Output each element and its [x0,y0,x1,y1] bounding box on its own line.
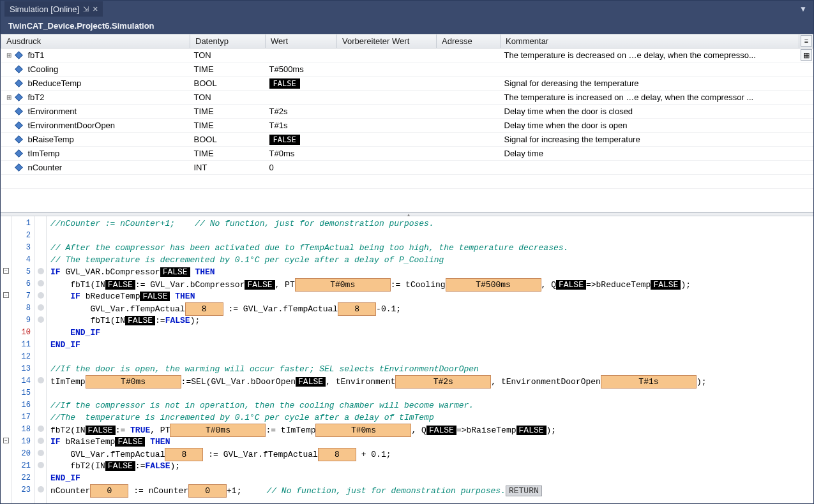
breakpoint-gutter[interactable] [35,253,46,265]
breakpoint-gutter[interactable] [35,374,46,386]
breakpoint-gutter[interactable] [35,265,46,277]
col-value[interactable]: Wert [266,34,337,48]
breakpoint-gutter[interactable] [35,350,46,362]
code-line[interactable]: IF bReduceTempFALSE THEN [50,290,810,302]
col-expression[interactable]: Ausdruck [1,34,190,48]
pin-icon[interactable]: ⇲ [83,5,89,13]
breakpoint-gutter[interactable] [35,362,46,374]
watch-row[interactable]: tEnvironmentDoorOpenTIMET#1sDelay time w… [1,119,813,133]
watch-row[interactable]: tCoolingTIMET#500ms [1,63,813,77]
breakpoint-gutter[interactable] [35,410,46,422]
code-line[interactable]: fbT2(INFALSE:=FALSE); [50,460,810,472]
line-number: 10 [13,327,32,339]
cell-prepared[interactable] [337,147,437,161]
cell-value[interactable]: T#2s [266,105,337,119]
code-line[interactable]: // The temperature is decremented by 0.1… [50,254,810,266]
cell-value[interactable]: 0 [266,161,337,175]
breakpoint-gutter[interactable] [35,422,46,434]
watch-row[interactable]: bRaiseTempBOOLFALSESignal for increasing… [1,133,813,147]
fold-gutter[interactable]: − [1,289,11,301]
code-line[interactable]: //If the door is open, the warming will … [50,363,810,375]
code-line[interactable]: //nCounter := nCounter+1; // No function… [50,218,810,230]
code-line[interactable]: // After the compressor has been activat… [50,242,810,254]
breakpoint-gutter[interactable] [35,325,46,337]
cell-prepared[interactable] [337,91,437,105]
watch-grid-icon[interactable]: ▦ [801,49,812,61]
cell-value[interactable]: FALSE [266,133,337,147]
code-line[interactable]: IF GVL_VAR.bCompressorFALSE THEN [50,266,810,278]
breakpoint-gutter[interactable] [35,228,46,241]
code-line[interactable]: IF bRaiseTempFALSE THEN [50,436,810,448]
watch-row[interactable]: tImTempTIMET#0msDelay time [1,147,813,161]
breakpoint-gutter[interactable] [35,398,46,410]
watch-row[interactable]: tEnvironmentTIMET#2sDelay time when the … [1,105,813,119]
breakpoint-gutter[interactable] [35,386,46,398]
code-line[interactable]: fbT2(INFALSE:= TRUE, PTT#0ms:= tImTempT#… [50,424,810,436]
code-line[interactable]: END_IF [50,327,810,339]
cell-prepared[interactable] [337,119,437,133]
code-line[interactable]: END_IF [50,339,810,351]
fold-toggle-icon[interactable]: − [3,292,9,298]
code-editor[interactable]: −−− 123456789101112131415161718192021222… [1,216,813,504]
code-line[interactable]: GVL_Var.fTempActual8 := GVL_Var.fTempAct… [50,448,810,460]
code-line[interactable]: nCounter0 := nCounter0+1; // No function… [50,484,810,496]
cell-value[interactable]: FALSE [266,77,337,91]
breakpoint-gutter[interactable] [35,313,46,325]
watch-row[interactable]: nCounterINT0 [1,161,813,175]
breakpoint-gutter[interactable] [35,301,46,313]
fold-gutter[interactable]: − [1,434,11,447]
fold-gutter[interactable]: − [1,265,11,277]
cell-prepared[interactable] [337,63,437,77]
watch-row[interactable]: bReduceTempBOOLFALSESignal for dereasing… [1,77,813,91]
col-datatype[interactable]: Datentyp [190,34,266,48]
breakpoint-gutter[interactable] [35,471,46,483]
code-line[interactable]: GVL_Var.fTempActual8 := GVL_Var.fTempAct… [50,302,810,315]
code-line[interactable]: tImTempT#0ms:=SEL(GVL_Var.bDoorOpenFALSE… [50,375,810,387]
col-comment[interactable]: Kommentar [501,34,799,48]
cell-prepared[interactable] [337,161,437,175]
cell-prepared[interactable] [337,77,437,91]
code-line[interactable]: END_IF [50,472,810,484]
cell-value[interactable]: T#0ms [266,147,337,161]
cell-value[interactable]: T#500ms [266,63,337,77]
expand-icon[interactable]: ⊞ [5,94,13,101]
horizontal-splitter[interactable] [1,212,813,216]
cell-prepared[interactable] [337,105,437,119]
code-line[interactable]: //The temperature is incremented by 0.1°… [50,411,810,424]
breakpoint-gutter[interactable] [35,447,46,459]
document-tab[interactable]: Simulation [Online] ⇲ × [4,1,103,17]
breakpoint-gutter[interactable] [35,337,46,350]
watch-options-icon[interactable]: ≡ [801,35,812,47]
cell-value[interactable] [266,48,337,63]
breakpoint-gutter[interactable] [35,216,46,228]
fold-toggle-icon[interactable]: − [3,438,9,443]
cell-prepared[interactable] [337,133,437,147]
watch-row[interactable]: ⊞fbT2TONThe temperature is increased on … [1,91,813,105]
watch-row[interactable]: ⊞fbT1TONThe temperature is decreased on … [1,48,813,63]
col-prepared[interactable]: Vorbereiteter Wert [337,34,437,48]
breakpoint-gutter[interactable] [35,289,46,301]
breakpoint-gutter[interactable] [35,241,46,253]
cell-value[interactable] [266,91,337,105]
code-line[interactable]: fbT1(INFALSE:= GVL_Var.bCompressorFALSE,… [50,278,810,290]
close-icon[interactable]: × [93,4,98,14]
window-titlebar: Simulation [Online] ⇲ × ▼ [1,1,813,17]
breakpoint-gutter[interactable] [35,483,46,495]
breakpoint-gutter[interactable] [35,459,46,471]
code-line[interactable]: //If the compressor is not in operation,… [50,399,810,411]
cell-value[interactable]: T#1s [266,119,337,133]
code-line[interactable] [50,351,810,363]
tab-dropdown-icon[interactable]: ▼ [799,4,810,13]
expand-icon[interactable]: ⊞ [5,52,13,59]
code-line[interactable] [50,387,810,399]
col-address[interactable]: Adresse [437,34,501,48]
breakpoint-gutter[interactable] [35,277,46,289]
fold-toggle-icon[interactable]: − [3,268,9,274]
code-line[interactable] [50,230,810,242]
cell-prepared[interactable] [337,48,437,63]
line-number: 17 [13,411,32,424]
code-line[interactable]: fbT1(INFALSE:=FALSE); [50,315,810,327]
line-number: 1 [13,218,32,230]
breakpoint-gutter[interactable] [35,434,46,447]
breakpoint-dot-icon [38,292,44,299]
